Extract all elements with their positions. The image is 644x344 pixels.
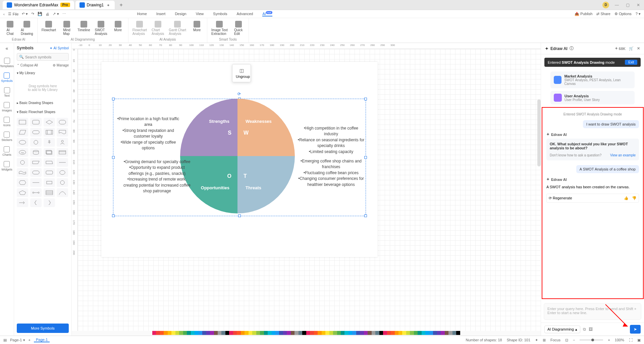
nav-images[interactable]: Images [2, 102, 12, 112]
grid-icon[interactable]: ⊞ [543, 338, 546, 342]
color-swatch[interactable] [375, 331, 379, 335]
minimize-button[interactable]: — [614, 3, 620, 7]
color-swatch[interactable] [325, 331, 329, 335]
color-swatch[interactable] [372, 331, 375, 335]
shape-oval[interactable] [57, 168, 68, 177]
weaknesses-text[interactable]: •High competition in the coffee industry… [298, 126, 365, 155]
shape-parallelogram[interactable] [17, 128, 28, 137]
shape-circle2[interactable] [17, 158, 28, 167]
shape-rect[interactable] [17, 118, 28, 127]
add-page-button[interactable]: + [29, 338, 31, 342]
vertical-scrollbar[interactable] [537, 99, 541, 166]
resize-handle[interactable] [364, 156, 367, 159]
color-swatch[interactable] [260, 331, 264, 335]
color-swatch[interactable] [387, 331, 391, 335]
image-text-button[interactable]: Image Text Extraction [210, 19, 229, 37]
color-swatch[interactable] [441, 331, 444, 335]
shape-card[interactable] [57, 148, 68, 157]
send-button[interactable]: ➤ [630, 325, 641, 334]
color-swatch[interactable] [152, 331, 156, 335]
shape-stick[interactable] [44, 138, 55, 147]
maximize-button[interactable]: ▢ [625, 3, 631, 7]
color-swatch[interactable] [272, 331, 275, 335]
redo-button[interactable]: ↷ [31, 12, 34, 16]
color-swatch[interactable] [398, 331, 402, 335]
publish-button[interactable]: 📤 Publish [575, 12, 592, 16]
shape-process[interactable] [44, 128, 55, 137]
color-swatch[interactable] [237, 331, 240, 335]
color-swatch[interactable] [218, 331, 221, 335]
resize-handle[interactable] [364, 98, 367, 100]
color-swatch[interactable] [314, 331, 318, 335]
new-tab-button[interactable]: + [116, 1, 126, 9]
color-swatch[interactable] [418, 331, 421, 335]
gantt-analysis-button[interactable]: Gantt Chart Analysis [167, 19, 187, 37]
shape-roundrect3[interactable] [30, 168, 42, 177]
shape-trapezoid2[interactable] [44, 158, 55, 167]
shape-roundrect[interactable] [30, 118, 42, 127]
color-swatch[interactable] [225, 331, 229, 335]
zoom-slider[interactable] [580, 340, 603, 340]
resize-handle[interactable] [238, 214, 241, 217]
color-swatch[interactable] [395, 331, 398, 335]
color-swatch[interactable] [156, 331, 160, 335]
image-icon[interactable]: 🖼 [589, 327, 593, 332]
color-swatch[interactable] [322, 331, 325, 335]
swot-diagram[interactable]: Strengths S Weaknesses W O Opportunities… [180, 99, 295, 213]
color-swatch[interactable] [164, 331, 167, 335]
view-example-link[interactable]: View an example [610, 153, 636, 157]
shape-diamond[interactable] [44, 118, 55, 127]
nav-icons[interactable]: Icons [3, 117, 11, 127]
color-swatch[interactable] [206, 331, 210, 335]
color-swatch[interactable] [333, 331, 337, 335]
color-swatch[interactable] [364, 331, 368, 335]
print-button[interactable]: 🖨 [46, 12, 49, 16]
color-swatch[interactable] [252, 331, 256, 335]
shape-person[interactable] [57, 138, 68, 147]
color-swatch[interactable] [299, 331, 302, 335]
ungroup-label[interactable]: Ungroup [236, 75, 247, 79]
options-button[interactable]: ⚙ Options [614, 12, 632, 16]
color-swatch[interactable] [191, 331, 195, 335]
shape-multidoc[interactable] [44, 148, 55, 157]
shape-pill[interactable] [30, 128, 42, 137]
color-swatch[interactable] [283, 331, 287, 335]
color-swatch[interactable] [310, 331, 314, 335]
color-swatch[interactable] [437, 331, 441, 335]
color-swatch[interactable] [448, 331, 452, 335]
close-button[interactable]: ✕ [635, 3, 641, 7]
swot-strengths[interactable]: Strengths S [180, 99, 237, 156]
color-swatch[interactable] [275, 331, 279, 335]
color-swatch[interactable] [452, 331, 456, 335]
mylib-droparea[interactable]: Drag symbols hereto add to My Library [17, 79, 69, 97]
color-swatch[interactable] [356, 331, 360, 335]
color-swatch[interactable] [256, 331, 260, 335]
color-swatch[interactable] [456, 331, 460, 335]
resize-handle[interactable] [112, 156, 115, 159]
more-analysis-button[interactable]: More [190, 19, 204, 37]
page-select[interactable]: Page-1 ▾ [10, 338, 25, 342]
color-swatch[interactable] [214, 331, 218, 335]
color-swatch[interactable] [329, 331, 333, 335]
symbol-search[interactable]: 🔍 Search symbols [17, 53, 69, 61]
mindmap-button[interactable]: Mind Map [59, 19, 74, 37]
exit-mode-button[interactable]: Exit [625, 60, 637, 65]
timeline-button[interactable]: Timeline [76, 19, 91, 37]
shape-pentagon[interactable] [17, 188, 28, 197]
rotate-handle[interactable]: ⟳ [237, 92, 241, 96]
fullscreen-icon[interactable]: ⛶ [629, 338, 633, 342]
ai-mode-select[interactable]: AI Diagramming ▴ [544, 326, 580, 333]
zoom-out-button[interactable]: − [573, 338, 575, 342]
shape-line[interactable] [57, 158, 68, 167]
ai-query-input[interactable]: Enter your query here. Press Enter to se… [544, 303, 641, 320]
more-menu[interactable]: ⋯ [62, 12, 66, 16]
color-swatch[interactable] [360, 331, 364, 335]
page-tab[interactable]: Page-1 [34, 338, 50, 342]
shape-table[interactable] [44, 188, 55, 197]
more-symbols-button[interactable]: More Symbols [17, 324, 69, 333]
shape-cylinder[interactable] [30, 148, 42, 157]
shape-ellipse[interactable] [17, 138, 28, 147]
ai-sparkle-icon[interactable]: ✦ [535, 338, 538, 342]
attach-icon[interactable]: ⧉ [583, 327, 586, 332]
avatar[interactable]: D [602, 2, 609, 8]
